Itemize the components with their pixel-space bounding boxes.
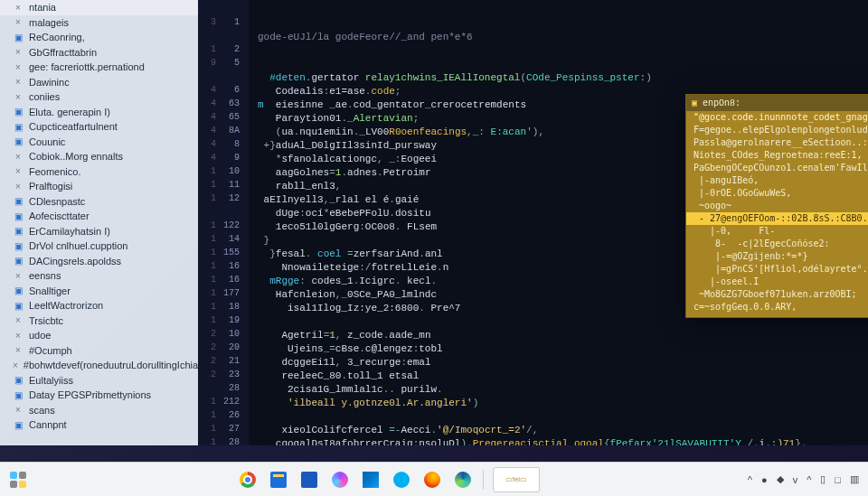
explorer-item[interactable]: ▣Snalltiger: [0, 284, 198, 299]
intellisense-item[interactable]: 8- -c|2lEgecCoñóse2:: [686, 238, 868, 250]
running-app-thumb[interactable]: ▭fel▭: [493, 467, 540, 492]
code-line[interactable]: 2cisa1G_lmmlal1c.. purilw.: [249, 383, 868, 397]
explorer-item[interactable]: ×Trsicbtc: [0, 314, 198, 329]
explorer-item[interactable]: ▣Aofeciscttater: [0, 209, 198, 224]
code-line[interactable]: #deten.gertator relay1chwins_IEAllIonegt…: [249, 71, 868, 85]
code-line[interactable]: dcggeEi1l, 3_recurge:emal: [249, 356, 868, 370]
explorer-item[interactable]: ▣Cannpnt: [0, 417, 198, 433]
explorer-item-label: Aofeciscttater: [29, 211, 90, 221]
tray-icon[interactable]: ▥: [850, 473, 859, 485]
explorer-item[interactable]: ▣Eultalyiiss: [0, 373, 198, 388]
intellisense-item[interactable]: Niotes_COdes_Regroetnea:reeE:1,: [686, 149, 868, 162]
intellisense-item[interactable]: - 27@engOEFOom-::02B.8sS.:C8B0.0..'}|:: [686, 212, 868, 225]
folder-icon: ▣: [13, 136, 24, 147]
explorer-item[interactable]: ×Cobiok..Morg ennalts: [0, 149, 198, 164]
explorer-item[interactable]: ▣LeeltWactrorizon: [0, 298, 198, 314]
code-editor[interactable]: gode-eUJl/la godeFeore//_and pen*e*6 #de…: [198, 0, 868, 445]
intellisense-item[interactable]: |-0rOE.OGoGwuWeS,: [686, 187, 868, 200]
code-line[interactable]: reeleeC_80.toll_1 etsal: [249, 370, 868, 383]
file-explorer-icon[interactable]: [268, 469, 289, 491]
intellisense-title: "@goce.code.inunnnote_codet_gnagengiupta…: [686, 111, 868, 124]
explorer-item[interactable]: ▣DrVol cnlhuel.cupption: [0, 239, 198, 254]
explorer-item[interactable]: ▣DACingsrels.apoldss: [0, 254, 198, 269]
intellisense-item[interactable]: |=gPnCS'[Hfliol,odélayrete°.Bi,}: [686, 263, 868, 276]
folder-icon: ▣: [13, 196, 24, 207]
explorer-item-label: udoe: [29, 330, 51, 341]
explorer-item[interactable]: ×eensns: [0, 268, 198, 284]
code-line[interactable]: Agetril=1, z_code.aade_mn: [249, 329, 868, 342]
explorer-item[interactable]: ▣Datay EPGSPribmettynions: [0, 388, 198, 403]
word-icon[interactable]: [298, 469, 320, 491]
explorer-item[interactable]: ×ntania: [0, 0, 198, 15]
explorer-item-label: Eultalyiiss: [29, 375, 73, 386]
vscode-icon[interactable]: [360, 469, 382, 491]
file-icon: ×: [13, 270, 24, 281]
explorer-item[interactable]: ×coniies: [0, 89, 198, 105]
explorer-item-label: ReCaonring,: [29, 32, 85, 42]
intellisense-item[interactable]: |-=@OZgijenb:*=*}: [686, 250, 868, 263]
folder-icon: ▣: [13, 226, 24, 237]
tray-icon[interactable]: v: [793, 474, 798, 485]
explorer-item[interactable]: ▣CDlesnpastc: [0, 194, 198, 210]
explorer-item[interactable]: ▣Couunic: [0, 135, 198, 150]
explorer-item[interactable]: ×GbGffracttabrin: [0, 45, 198, 61]
intellisense-item[interactable]: PaGbengOCepCOunzo1.cenalem'FawIlullelew,…: [686, 162, 868, 174]
code-line[interactable]: Ujeins_=cBse.c@lengez:tobl: [249, 342, 868, 356]
intellisense-item[interactable]: c=~sofgGeq.0.0.ARY,: [686, 301, 868, 314]
file-explorer-panel[interactable]: ×ntania×malageis▣ReCaonring,×GbGffractta…: [0, 0, 198, 445]
explorer-item[interactable]: ▣Eluta. generapin I): [0, 105, 198, 120]
explorer-item[interactable]: ×Feomenico.: [0, 164, 198, 180]
folder-icon: ▣: [13, 300, 24, 311]
explorer-item-label: coniies: [29, 91, 60, 102]
tray-icon[interactable]: ^: [748, 474, 752, 485]
intellisense-item[interactable]: ~oogo~: [686, 200, 868, 212]
intellisense-item[interactable]: Passla@gerolnarere__eSectioon..:edcedzni…: [686, 136, 868, 149]
explorer-item-label: gee: facreriottk.pernationd: [29, 61, 145, 72]
system-tray[interactable]: ^●◆v^▯□▥: [748, 473, 868, 485]
intellisense-item[interactable]: |-anguIBeó,: [686, 174, 868, 187]
intellisense-item[interactable]: |-0, Fl- }|,: [686, 225, 868, 238]
explorer-item[interactable]: ×Dawininc: [0, 75, 198, 90]
taskbar[interactable]: ▭fel▭ ^●◆v^▯□▥: [0, 462, 868, 496]
file-icon: ×: [13, 47, 24, 58]
explorer-item[interactable]: ×gee: facreriottk.pernationd: [0, 60, 198, 75]
explorer-item[interactable]: ×scans: [0, 403, 198, 418]
explorer-item[interactable]: ×#Ocumph: [0, 343, 198, 359]
skype-icon[interactable]: [391, 469, 412, 491]
folder-icon: ▣: [13, 256, 24, 267]
file-icon: ×: [13, 151, 24, 162]
explorer-item-label: Pralftogisi: [29, 181, 72, 192]
intellisense-item[interactable]: F=gegoe..elepElgolenplongetonludIonwhwid…: [686, 124, 868, 136]
explorer-item[interactable]: ×malageis: [0, 15, 198, 31]
firefox-icon[interactable]: [421, 469, 443, 491]
tray-icon[interactable]: ◆: [777, 473, 784, 485]
intellisense-popup[interactable]: ▣ enpOn8: ☓ ⊞ ⊙ △ ≡ "@goce.code.inunnnot…: [685, 94, 868, 318]
explorer-item-label: Datay EPGSPribmettynions: [29, 389, 151, 400]
tray-icon[interactable]: ●: [761, 474, 768, 485]
explorer-item-label: malageis: [29, 17, 69, 28]
explorer-item[interactable]: ▣ErCamilayhatsin I): [0, 224, 198, 239]
tray-icon[interactable]: ^: [807, 474, 811, 485]
intellisense-item[interactable]: |-oseel.I }: [686, 276, 868, 288]
edge-icon[interactable]: [452, 469, 474, 491]
code-line[interactable]: [249, 410, 868, 424]
tray-icon[interactable]: □: [835, 474, 841, 485]
intellisense-item[interactable]: ~Mo8GZG7Gboef071uken.arz0OBI;: [686, 288, 868, 301]
code-line[interactable]: xieolColifcfercel =-Aecci.'@/Imoqocrt_=2…: [249, 424, 868, 437]
file-icon: ×: [13, 2, 24, 13]
explorer-item[interactable]: ×Pralftogisi: [0, 179, 198, 194]
widgets-button[interactable]: [7, 469, 29, 491]
tray-icon[interactable]: ▯: [820, 473, 826, 485]
chrome-icon[interactable]: [237, 469, 259, 491]
explorer-item[interactable]: ▣Cupcticeatfartulnent: [0, 119, 198, 135]
file-icon: ×: [13, 181, 24, 192]
explorer-item-label: #bohwtdevef(roneduutruLdorulltingIchialo…: [24, 360, 198, 370]
code-line[interactable]: 'ilbeall y.gotnze0l.Ar.angleri'): [249, 397, 868, 410]
explorer-item[interactable]: ×udoe: [0, 328, 198, 343]
explorer-item-label: Feomenico.: [29, 166, 80, 177]
explorer-item[interactable]: ×#bohwtdevef(roneduutruLdorulltingIchial…: [0, 358, 198, 373]
copilot-icon[interactable]: [329, 469, 351, 491]
file-icon: ×: [13, 166, 24, 177]
explorer-item[interactable]: ▣ReCaonring,: [0, 30, 198, 45]
code-line[interactable]: cgogalDsI8afobrrerCraig:nsoluDl).Pregere…: [249, 437, 868, 445]
